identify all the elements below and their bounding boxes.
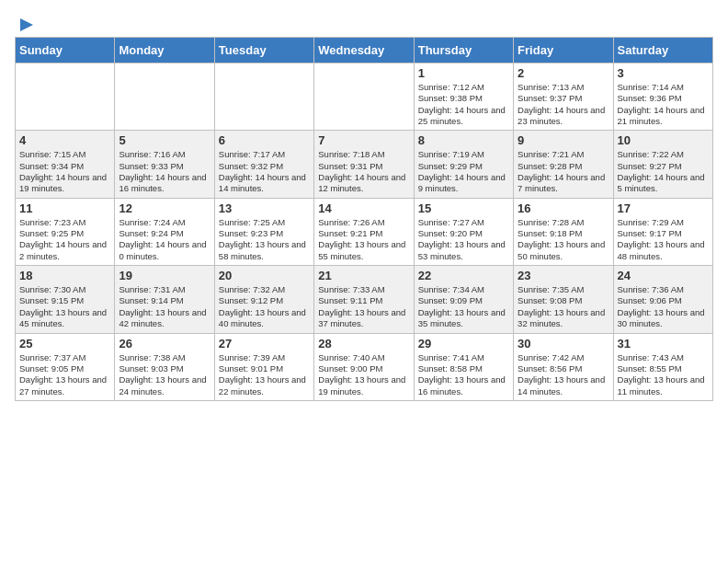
day-info: Sunrise: 7:42 AM Sunset: 8:56 PM Dayligh… [518, 352, 605, 396]
day-info: Sunrise: 7:34 AM Sunset: 9:09 PM Dayligh… [418, 284, 506, 328]
calendar-cell [16, 63, 115, 131]
day-info: Sunrise: 7:19 AM Sunset: 9:29 PM Dayligh… [418, 149, 506, 193]
day-number: 5 [119, 133, 210, 147]
day-info: Sunrise: 7:33 AM Sunset: 9:11 PM Dayligh… [318, 284, 405, 328]
day-info: Sunrise: 7:35 AM Sunset: 9:08 PM Dayligh… [518, 284, 605, 328]
calendar-cell: 22Sunrise: 7:34 AM Sunset: 9:09 PM Dayli… [414, 266, 513, 333]
day-info: Sunrise: 7:37 AM Sunset: 9:05 PM Dayligh… [19, 352, 107, 396]
svg-marker-0 [20, 18, 33, 31]
day-info: Sunrise: 7:21 AM Sunset: 9:28 PM Dayligh… [518, 149, 605, 193]
day-number: 13 [219, 201, 310, 215]
calendar-header-row: SundayMondayTuesdayWednesdayThursdayFrid… [16, 38, 713, 63]
day-header-friday: Friday [514, 38, 613, 63]
calendar-cell [314, 63, 414, 131]
day-info: Sunrise: 7:23 AM Sunset: 9:25 PM Dayligh… [19, 217, 107, 261]
day-number: 21 [318, 269, 409, 282]
calendar-cell: 31Sunrise: 7:43 AM Sunset: 8:55 PM Dayli… [613, 333, 712, 400]
day-number: 26 [119, 337, 210, 350]
calendar-cell: 11Sunrise: 7:23 AM Sunset: 9:25 PM Dayli… [16, 198, 115, 265]
calendar-cell: 23Sunrise: 7:35 AM Sunset: 9:08 PM Dayli… [514, 266, 613, 333]
calendar-cell: 4Sunrise: 7:15 AM Sunset: 9:34 PM Daylig… [16, 131, 115, 198]
calendar-cell: 24Sunrise: 7:36 AM Sunset: 9:06 PM Dayli… [613, 266, 712, 333]
calendar-cell: 27Sunrise: 7:39 AM Sunset: 9:01 PM Dayli… [214, 333, 313, 400]
day-number: 12 [119, 201, 210, 215]
page-header [15, 15, 713, 29]
calendar-week-5: 25Sunrise: 7:37 AM Sunset: 9:05 PM Dayli… [16, 333, 713, 400]
logo [15, 15, 37, 29]
day-number: 6 [219, 133, 310, 147]
day-number: 4 [19, 133, 110, 147]
day-info: Sunrise: 7:18 AM Sunset: 9:31 PM Dayligh… [318, 149, 405, 193]
calendar-cell: 5Sunrise: 7:16 AM Sunset: 9:33 PM Daylig… [115, 131, 214, 198]
day-number: 25 [19, 337, 110, 350]
calendar-cell: 26Sunrise: 7:38 AM Sunset: 9:03 PM Dayli… [115, 333, 214, 400]
day-info: Sunrise: 7:28 AM Sunset: 9:18 PM Dayligh… [518, 217, 605, 261]
calendar-cell: 2Sunrise: 7:13 AM Sunset: 9:37 PM Daylig… [514, 63, 613, 131]
calendar-cell: 7Sunrise: 7:18 AM Sunset: 9:31 PM Daylig… [314, 131, 414, 198]
calendar-cell: 17Sunrise: 7:29 AM Sunset: 9:17 PM Dayli… [613, 198, 712, 265]
day-info: Sunrise: 7:27 AM Sunset: 9:20 PM Dayligh… [418, 217, 506, 261]
day-number: 7 [318, 133, 409, 147]
day-info: Sunrise: 7:24 AM Sunset: 9:24 PM Dayligh… [119, 217, 206, 261]
day-info: Sunrise: 7:16 AM Sunset: 9:33 PM Dayligh… [119, 149, 206, 193]
calendar-cell: 16Sunrise: 7:28 AM Sunset: 9:18 PM Dayli… [514, 198, 613, 265]
day-info: Sunrise: 7:22 AM Sunset: 9:27 PM Dayligh… [618, 149, 705, 193]
calendar-cell: 14Sunrise: 7:26 AM Sunset: 9:21 PM Dayli… [314, 198, 414, 265]
day-header-sunday: Sunday [16, 38, 115, 63]
day-number: 2 [518, 66, 609, 80]
calendar-cell: 25Sunrise: 7:37 AM Sunset: 9:05 PM Dayli… [16, 333, 115, 400]
day-header-saturday: Saturday [613, 38, 712, 63]
day-number: 28 [318, 337, 409, 350]
calendar-cell: 21Sunrise: 7:33 AM Sunset: 9:11 PM Dayli… [314, 266, 414, 333]
calendar-cell: 6Sunrise: 7:17 AM Sunset: 9:32 PM Daylig… [214, 131, 313, 198]
day-number: 30 [518, 337, 609, 350]
calendar-cell: 12Sunrise: 7:24 AM Sunset: 9:24 PM Dayli… [115, 198, 214, 265]
calendar-cell: 8Sunrise: 7:19 AM Sunset: 9:29 PM Daylig… [414, 131, 513, 198]
day-info: Sunrise: 7:40 AM Sunset: 9:00 PM Dayligh… [318, 352, 405, 396]
day-info: Sunrise: 7:41 AM Sunset: 8:58 PM Dayligh… [418, 352, 506, 396]
day-info: Sunrise: 7:15 AM Sunset: 9:34 PM Dayligh… [19, 149, 107, 193]
calendar-cell: 3Sunrise: 7:14 AM Sunset: 9:36 PM Daylig… [613, 63, 712, 131]
day-info: Sunrise: 7:14 AM Sunset: 9:36 PM Dayligh… [618, 82, 705, 126]
calendar-cell: 30Sunrise: 7:42 AM Sunset: 8:56 PM Dayli… [514, 333, 613, 400]
day-info: Sunrise: 7:43 AM Sunset: 8:55 PM Dayligh… [618, 352, 705, 396]
day-number: 22 [418, 269, 509, 282]
day-number: 17 [618, 201, 709, 215]
day-info: Sunrise: 7:30 AM Sunset: 9:15 PM Dayligh… [19, 284, 107, 328]
day-number: 20 [219, 269, 310, 282]
day-info: Sunrise: 7:17 AM Sunset: 9:32 PM Dayligh… [219, 149, 306, 193]
day-header-wednesday: Wednesday [314, 38, 414, 63]
day-number: 14 [318, 201, 409, 215]
day-number: 23 [518, 269, 609, 282]
day-number: 11 [19, 201, 110, 215]
calendar-table: SundayMondayTuesdayWednesdayThursdayFrid… [15, 37, 713, 401]
day-info: Sunrise: 7:29 AM Sunset: 9:17 PM Dayligh… [618, 217, 705, 261]
day-info: Sunrise: 7:36 AM Sunset: 9:06 PM Dayligh… [618, 284, 705, 328]
day-number: 27 [219, 337, 310, 350]
day-info: Sunrise: 7:12 AM Sunset: 9:38 PM Dayligh… [418, 82, 506, 126]
calendar-cell: 15Sunrise: 7:27 AM Sunset: 9:20 PM Dayli… [414, 198, 513, 265]
day-number: 18 [19, 269, 110, 282]
day-info: Sunrise: 7:26 AM Sunset: 9:21 PM Dayligh… [318, 217, 405, 261]
day-info: Sunrise: 7:32 AM Sunset: 9:12 PM Dayligh… [219, 284, 306, 328]
calendar-cell [214, 63, 313, 131]
day-number: 16 [518, 201, 609, 215]
day-number: 1 [418, 66, 509, 80]
day-number: 29 [418, 337, 509, 350]
logo-icon [17, 15, 37, 35]
calendar-cell [115, 63, 214, 131]
calendar-cell: 9Sunrise: 7:21 AM Sunset: 9:28 PM Daylig… [514, 131, 613, 198]
day-number: 3 [618, 66, 709, 80]
calendar-cell: 10Sunrise: 7:22 AM Sunset: 9:27 PM Dayli… [613, 131, 712, 198]
calendar-cell: 20Sunrise: 7:32 AM Sunset: 9:12 PM Dayli… [214, 266, 313, 333]
calendar-week-4: 18Sunrise: 7:30 AM Sunset: 9:15 PM Dayli… [16, 266, 713, 333]
day-number: 24 [618, 269, 709, 282]
day-number: 8 [418, 133, 509, 147]
calendar-cell: 28Sunrise: 7:40 AM Sunset: 9:00 PM Dayli… [314, 333, 414, 400]
day-info: Sunrise: 7:25 AM Sunset: 9:23 PM Dayligh… [219, 217, 306, 261]
day-number: 10 [618, 133, 709, 147]
day-number: 19 [119, 269, 210, 282]
day-header-tuesday: Tuesday [214, 38, 313, 63]
day-header-monday: Monday [115, 38, 214, 63]
calendar-cell: 18Sunrise: 7:30 AM Sunset: 9:15 PM Dayli… [16, 266, 115, 333]
